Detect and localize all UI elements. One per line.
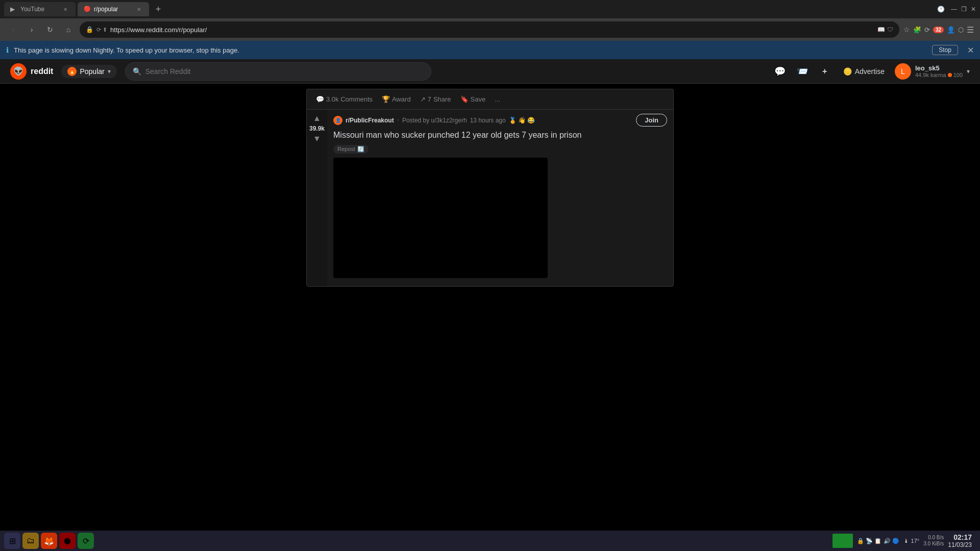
chat-button[interactable]: 💬 (772, 63, 788, 80)
header-right: 💬 📨 + 🪙 Advertise L leo_sk5 44.9k karma … (772, 63, 970, 80)
upvote-button[interactable]: ▲ (313, 114, 321, 123)
info-message: This page is slowing down Nightly. To sp… (14, 46, 927, 54)
url-display: https://www.reddit.com/r/popular/ (110, 26, 874, 34)
more-button[interactable]: ... (492, 93, 503, 105)
taskbar-app-grid-button[interactable]: ⊞ (4, 533, 20, 549)
home-button[interactable]: ⌂ (61, 22, 76, 37)
youtube-tab[interactable]: ▶ YouTube ✕ (4, 2, 76, 16)
youtube-favicon: ▶ (10, 6, 17, 13)
tab-bar-controls: 🕐 (937, 6, 945, 13)
post-author: Posted by u/3k1z2rgerh (402, 117, 467, 124)
reddit-tab-close[interactable]: ✕ (135, 5, 143, 13)
advertise-button[interactable]: 🪙 Advertise (839, 65, 889, 78)
share-label: Share (433, 95, 451, 103)
post-flair[interactable]: Repost 🔄 (333, 145, 369, 154)
address-bar[interactable]: 🔒 ⟳ ⬆ https://www.reddit.com/r/popular/ … (80, 21, 899, 38)
subreddit-name[interactable]: r/PublicFreakout (346, 117, 394, 124)
permissions-icon[interactable]: 🛡 (887, 26, 893, 33)
subreddit-icon: 👤 (333, 116, 342, 125)
new-tab-button[interactable]: + (151, 2, 165, 16)
username: leo_sk5 (915, 64, 963, 72)
reader-icon[interactable]: 📖 (877, 26, 885, 33)
sync-icon[interactable]: ⟳ (924, 26, 930, 34)
system-tray: 🔒 📡 📋 🔊 🔵 🌡 17° 0.0 B/s 3.0 KiB/s 02:17 … (828, 533, 976, 548)
nav-right-icons: ☆ 🧩 ⟳ 32 👤 ⬡ ☰ (903, 25, 974, 35)
save-button[interactable]: 🔖 Save (457, 93, 489, 105)
youtube-tab-title: YouTube (20, 6, 58, 13)
window-minimize[interactable]: — (951, 6, 957, 13)
award-label: Award (392, 95, 411, 103)
taskbar-apps2-button[interactable]: ⟳ (78, 533, 94, 549)
window-restore[interactable]: ❐ (961, 6, 967, 13)
youtube-tab-close[interactable]: ✕ (61, 5, 69, 13)
reddit-wordmark: reddit (31, 67, 53, 76)
desktop-preview[interactable] (832, 534, 853, 548)
reddit-tab-favicon: 🔴 (84, 6, 91, 13)
reddit-tab[interactable]: 🔴 r/popular ✕ (78, 2, 149, 16)
profile-icon[interactable]: 👤 (947, 26, 955, 34)
network-upload: 0.0 B/s (928, 535, 944, 541)
karma-dot (948, 73, 952, 77)
inbox-button[interactable]: 📨 (794, 63, 811, 80)
user-chevron-icon: ▾ (967, 68, 970, 75)
avatar-initial: L (901, 67, 905, 76)
action-bar: 💬 3.0k Comments 🏆 Award ↗ 7 Share 🔖 Save… (306, 89, 674, 109)
back-button[interactable]: ‹ (6, 22, 20, 37)
network-download: 3.0 KiB/s (923, 541, 944, 547)
comments-button[interactable]: 💬 3.0k Comments (313, 93, 376, 105)
search-bar[interactable]: 🔍 (125, 62, 431, 81)
popular-pill[interactable]: 🔥 Popular ▾ (61, 65, 116, 78)
join-button[interactable]: Join (636, 114, 667, 127)
clock-icon: 🕐 (937, 6, 945, 13)
taskbar-apps1-button[interactable]: ⬢ (59, 533, 76, 549)
flair-emoji: 🔄 (357, 146, 364, 153)
tab-bar: ▶ YouTube ✕ 🔴 r/popular ✕ + 🕐 — ❐ ✕ (0, 0, 980, 18)
search-icon: 🔍 (133, 67, 141, 76)
post-card: ▲ 39.9k ▼ 👤 r/PublicFreakout • Posted by… (306, 109, 674, 287)
user-karma: 44.9k karma 100 (915, 72, 963, 78)
address-icons: ⟳ ⬆ (96, 27, 107, 33)
downvote-button[interactable]: ▼ (313, 134, 321, 143)
post-thumbnail (333, 158, 548, 278)
forward-button[interactable]: › (24, 22, 39, 37)
meta-separator: • (397, 117, 399, 124)
taskbar-firefox-button[interactable]: 🦊 (41, 533, 57, 549)
tray-icons: 🔒 📡 📋 🔊 🔵 (857, 538, 899, 544)
page-content: 💬 3.0k Comments 🏆 Award ↗ 7 Share 🔖 Save… (0, 84, 980, 441)
award-icon: 🏆 (382, 95, 390, 103)
infobar-close-button[interactable]: ✕ (967, 45, 974, 55)
share-button[interactable]: ↗ 7 Share (417, 93, 454, 105)
stop-button[interactable]: Stop (932, 45, 958, 55)
create-post-button[interactable]: + (817, 63, 833, 80)
extensions-toolbar-icon[interactable]: ⬡ (958, 26, 964, 34)
reload-button[interactable]: ↻ (43, 22, 57, 37)
temperature-display: 🌡 17° (903, 538, 920, 544)
karma-text: 44.9k karma (915, 72, 946, 78)
info-icon: ℹ (6, 46, 9, 54)
lock-icon: 🔒 (86, 26, 93, 33)
post-time: 13 hours ago (470, 117, 506, 124)
taskbar: ⊞ 🗂 🦊 ⬢ ⟳ 🔒 📡 📋 🔊 🔵 🌡 17° 0.0 B/s 3.0 Ki… (0, 531, 980, 551)
extensions-icon[interactable]: 🧩 (913, 26, 921, 34)
user-avatar: L (895, 63, 911, 80)
vote-count: 39.9k (309, 125, 325, 132)
post-title[interactable]: Missouri man who sucker punched 12 year … (333, 130, 667, 141)
bookmark-button[interactable]: ☆ (903, 26, 910, 34)
address-bar-icons: 📖 🛡 (877, 26, 893, 33)
search-input[interactable] (145, 67, 424, 76)
info-bar: ℹ This page is slowing down Nightly. To … (0, 41, 980, 59)
reddit-logo[interactable]: 👽 reddit (10, 63, 53, 80)
browser-chrome: ▶ YouTube ✕ 🔴 r/popular ✕ + 🕐 — ❐ ✕ ‹ › … (0, 0, 980, 59)
karma-count: 100 (953, 72, 963, 78)
user-info[interactable]: L leo_sk5 44.9k karma 100 ▾ (895, 63, 970, 80)
comments-icon: 💬 (316, 95, 324, 103)
advertise-label: Advertise (855, 67, 885, 76)
post-container: 💬 3.0k Comments 🏆 Award ↗ 7 Share 🔖 Save… (301, 89, 679, 287)
window-close[interactable]: ✕ (971, 6, 976, 13)
vote-column: ▲ 39.9k ▼ (307, 110, 327, 286)
share-count: 7 (428, 95, 431, 103)
taskbar-files-button[interactable]: 🗂 (22, 533, 39, 549)
clock-time: 02:17 (948, 533, 972, 541)
menu-icon[interactable]: ☰ (967, 25, 974, 35)
award-button[interactable]: 🏆 Award (379, 93, 414, 105)
